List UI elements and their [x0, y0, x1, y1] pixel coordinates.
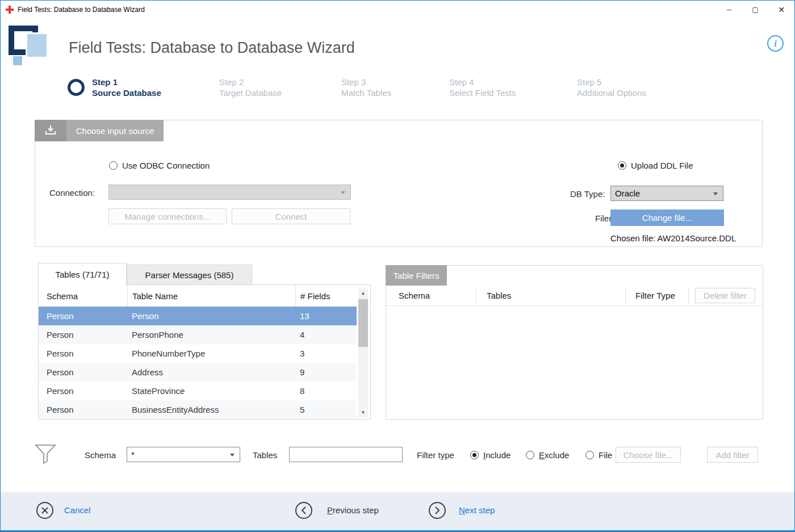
- titlebar: Field Tests: Database to Database Wizard…: [1, 1, 794, 19]
- cell-table-name: PersonPhone: [127, 325, 295, 344]
- cell-fields: 8: [295, 382, 357, 400]
- step-label: Step 1: [92, 77, 161, 87]
- previous-step-button[interactable]: Previous step: [327, 505, 379, 515]
- connect-button[interactable]: Connect: [232, 208, 350, 224]
- step-sublabel: Match Tables: [341, 87, 391, 98]
- table-filters-panel: Table Filters Schema Tables Filter Type …: [386, 265, 763, 420]
- exclude-radio[interactable]: [526, 451, 534, 459]
- include-radio-row: Include: [470, 450, 511, 460]
- file-radio[interactable]: [585, 451, 594, 459]
- db-type-label: DB Type:: [570, 189, 605, 199]
- table-row[interactable]: PersonPerson13: [39, 307, 357, 325]
- page-title: Field Tests: Database to Database Wizard: [69, 39, 355, 57]
- app-window: Field Tests: Database to Database Wizard…: [0, 0, 795, 532]
- change-file-button[interactable]: Change file...: [610, 210, 724, 226]
- filter-column-tables: Tables: [487, 286, 511, 305]
- cell-schema: Person: [39, 400, 127, 419]
- filter-column-type: Filter Type: [635, 286, 675, 305]
- table-filters-header: Schema Tables Filter Type Delete filter: [386, 286, 763, 306]
- connection-label: Connection:: [49, 188, 95, 198]
- filter-tables-label: Tables: [253, 450, 277, 460]
- chevron-down-icon: [230, 454, 235, 456]
- minimize-icon[interactable]: ─: [716, 1, 742, 19]
- step-4: Step 4Select Field Tests: [449, 77, 516, 98]
- step-2: Step 2Target Database: [219, 77, 282, 98]
- step-1: Step 1Source Database: [68, 77, 161, 98]
- cell-fields: 9: [295, 363, 357, 382]
- filter-schema-value: *: [131, 450, 135, 459]
- step-indicator: Step 1Source DatabaseStep 2Target Databa…: [1, 77, 794, 106]
- close-icon[interactable]: ✕: [768, 1, 794, 19]
- file-radio-label: File: [599, 450, 612, 460]
- app-logo: [9, 26, 54, 71]
- scrollbar-thumb[interactable]: [358, 299, 368, 347]
- step-label: Step 2: [219, 77, 282, 87]
- cell-schema: Person: [39, 307, 127, 325]
- step-sublabel: Source Database: [92, 87, 161, 98]
- odbc-radio[interactable]: [109, 161, 118, 170]
- column-table-name: Table Name: [127, 285, 295, 307]
- cancel-button[interactable]: Cancel: [64, 505, 91, 515]
- chevron-down-icon: [713, 192, 718, 195]
- cell-table-name: StateProvince: [127, 382, 295, 400]
- include-radio[interactable]: [470, 451, 479, 459]
- include-radio-label: Include: [483, 450, 511, 460]
- input-source-header: Choose input source: [35, 120, 164, 141]
- ddl-radio-row: Upload DDL File: [618, 161, 693, 170]
- cell-table-name: PhoneNumberType: [127, 344, 295, 363]
- connection-dropdown: [108, 185, 351, 200]
- delete-filter-button[interactable]: Delete filter: [695, 288, 755, 303]
- step-sublabel: Target Database: [219, 87, 282, 98]
- cell-table-name: Person: [127, 307, 295, 325]
- footer-bar: Cancel Previous step Next step: [1, 492, 794, 531]
- input-source-title: Choose input source: [66, 120, 164, 141]
- table-row[interactable]: PersonAddress9: [39, 363, 357, 382]
- db-type-dropdown[interactable]: Oracle: [610, 186, 723, 201]
- tables-grid-header: Schema Table Name # Fields: [39, 285, 370, 307]
- chosen-file-text: Chosen file: AW2014Source.DDL: [610, 233, 736, 243]
- window-bottom-border: [1, 530, 794, 531]
- table-row[interactable]: PersonPhoneNumberType3: [39, 344, 357, 363]
- vertical-scrollbar[interactable]: ▲ ▼: [358, 288, 368, 417]
- cell-schema: Person: [39, 325, 127, 344]
- manage-connections-button[interactable]: Manage connections...: [108, 208, 227, 224]
- cell-table-name: Address: [127, 363, 295, 382]
- step-5: Step 5Additional Options: [577, 77, 646, 98]
- tab-tables[interactable]: Tables (71/71): [38, 263, 127, 285]
- choose-file-button[interactable]: Choose file...: [616, 447, 681, 463]
- tables-grid-body: PersonPerson13PersonPersonPhone4PersonPh…: [39, 307, 357, 419]
- red-cross-icon: [6, 6, 14, 14]
- cancel-icon[interactable]: [36, 502, 53, 519]
- tab-parser-messages[interactable]: Parser Messages (585): [127, 265, 252, 285]
- table-row[interactable]: PersonStateProvince8: [39, 382, 357, 400]
- filter-schema-dropdown[interactable]: *: [127, 447, 240, 462]
- cell-fields: 5: [295, 400, 357, 419]
- scroll-down-icon[interactable]: ▼: [358, 408, 368, 417]
- previous-step-icon[interactable]: [295, 502, 312, 519]
- table-row[interactable]: PersonBusinessEntityAddress5: [39, 400, 357, 419]
- step-3: Step 3Match Tables: [341, 77, 391, 98]
- filter-tables-input[interactable]: [289, 447, 403, 462]
- next-step-button[interactable]: Next step: [459, 505, 495, 515]
- cell-schema: Person: [39, 363, 127, 382]
- ddl-radio[interactable]: [618, 161, 626, 170]
- scroll-up-icon[interactable]: ▲: [358, 288, 368, 298]
- filter-schema-label: Schema: [85, 450, 116, 460]
- chevron-down-icon: [341, 191, 345, 194]
- add-filter-button[interactable]: Add filter: [707, 447, 758, 463]
- cell-schema: Person: [39, 344, 127, 363]
- next-step-icon[interactable]: [429, 502, 446, 519]
- step-sublabel: Select Field Tests: [449, 87, 516, 98]
- cell-fields: 4: [295, 325, 357, 344]
- table-row[interactable]: PersonPersonPhone4: [39, 325, 357, 344]
- maximize-icon[interactable]: ▢: [742, 1, 768, 19]
- info-icon[interactable]: i: [767, 35, 784, 52]
- column-schema: Schema: [39, 285, 127, 307]
- exclude-radio-row: Exclude: [526, 450, 569, 460]
- cell-schema: Person: [39, 382, 127, 400]
- step-sublabel: Additional Options: [577, 87, 646, 98]
- file-radio-row: File: [585, 450, 612, 460]
- db-type-value: Oracle: [615, 188, 640, 198]
- filter-type-label: Filter type: [417, 450, 454, 460]
- odbc-radio-row: Use ODBC Connection: [109, 161, 210, 170]
